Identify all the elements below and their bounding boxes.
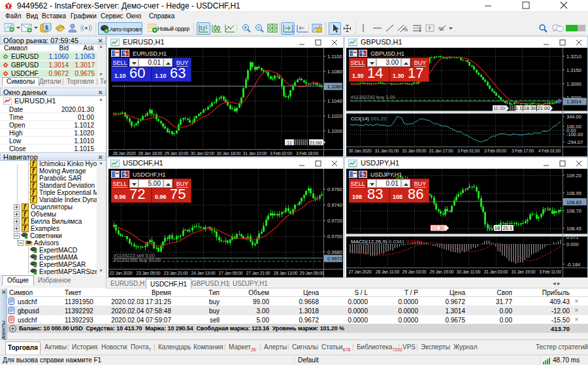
svg-text:-100.00: -100.00 [566,131,583,137]
svg-text:31 Jan 17:00: 31 Jan 17:00 [429,148,453,153]
svg-text:21:00: 21:00 [310,140,322,146]
svg-text:108.70: 108.70 [566,208,581,214]
svg-text:1.3150: 1.3150 [566,67,581,73]
svg-text:1.1080: 1.1080 [327,69,342,75]
svg-text:1.3210: 1.3210 [566,54,581,60]
svg-text:1.3014: 1.3014 [566,99,581,105]
svg-text:0.9700: 0.9700 [327,234,342,239]
svg-text:$: $ [45,24,48,31]
svg-text:11:30: 11:30 [493,105,505,111]
svg-text:18:30: 18:30 [524,105,536,111]
svg-text:31 Jan 01:00: 31 Jan 01:00 [375,148,399,153]
svg-text:-294.07: -294.07 [566,139,583,145]
svg-text:3 Feb 18:00: 3 Feb 18:00 [296,151,318,156]
svg-text:344.00: 344.00 [566,114,581,120]
svg-text:%: % [403,27,408,33]
svg-text:1.1020: 1.1020 [327,113,342,119]
svg-text:3 Feb 17:00: 3 Feb 17:00 [512,148,534,153]
svg-text:30 Jan 2020: 30 Jan 2020 [348,148,372,153]
svg-text:24 Jan 13:00: 24 Jan 13:00 [191,271,216,275]
svg-text:1.1100: 1.1100 [327,54,342,60]
svg-text:108.95: 108.95 [566,190,581,196]
svg-text:3 Feb 09:00: 3 Feb 09:00 [484,148,506,153]
svg-text:29 Jan 19:00: 29 Jan 19:00 [430,269,454,274]
svg-text:29 Jan 03:00: 29 Jan 03:00 [402,269,427,274]
svg-text:108.83: 108.83 [566,200,581,205]
svg-text:0.071: 0.071 [566,234,579,240]
svg-text:0.000: 0.000 [566,241,579,247]
svg-text:30 Jan 02:00: 30 Jan 02:00 [191,151,215,156]
svg-text:21:00: 21:00 [538,105,550,111]
svg-text:0.9720: 0.9720 [327,218,342,224]
svg-text:27 Jan 21:00: 27 Jan 21:00 [246,271,270,275]
svg-text:108.45: 108.45 [566,226,581,232]
svg-text:30 Jan 11:00: 30 Jan 11:00 [457,269,481,274]
svg-text:%: % [438,26,444,32]
svg-text:0.9740: 0.9740 [327,202,342,208]
svg-text:0.9760: 0.9760 [327,186,342,192]
svg-text:21:1: 21:1 [503,225,513,231]
svg-text:22 Jan 2020: 22 Jan 2020 [109,271,133,275]
svg-text:-0.184: -0.184 [566,262,580,268]
svg-text:3 Feb 11:00: 3 Feb 11:00 [539,269,561,274]
svg-text:1: 1 [205,25,208,29]
svg-text:30 Jan 18:00: 30 Jan 18:00 [217,151,241,156]
svg-text:11: 11 [287,140,292,146]
svg-text:18: 18 [495,225,500,231]
svg-text:109.20: 109.20 [566,173,581,179]
svg-text:0.9672: 0.9672 [327,256,342,262]
svg-text:3 Feb 01:00: 3 Feb 01:00 [457,148,480,153]
svg-text:1.1000: 1.1000 [327,128,342,134]
svg-text:28 Jan 2020: 28 Jan 2020 [112,151,136,156]
svg-text:T: T [428,26,431,31]
svg-text:23 Jan 21:00: 23 Jan 21:00 [164,271,188,275]
svg-text:1.3090: 1.3090 [566,81,581,87]
svg-text:28 Jan 18:00: 28 Jan 18:00 [139,151,163,156]
svg-text:MACD(12,26,9) 0.0341 0.0181: MACD(12,26,9) 0.0341 0.0181 [351,239,423,245]
svg-text:31 Jan 09:00: 31 Jan 09:00 [402,148,427,153]
svg-text:29 Jan 05:00: 29 Jan 05:00 [300,271,324,275]
svg-text:3 Feb 02:00: 3 Feb 02:00 [270,151,292,156]
svg-text:4 Feb 01:00: 4 Feb 01:00 [538,148,561,153]
svg-text:CCI(14) 201.22: CCI(14) 201.22 [351,116,387,122]
svg-text:31 Jan 03:00: 31 Jan 03:00 [484,269,508,274]
svg-text:1.1060: 1.1060 [327,84,342,90]
svg-text:1 1: 1 1 [515,105,522,111]
svg-text:23 Jan 05:00: 23 Jan 05:00 [137,271,161,275]
svg-text:29 Jan 10:00: 29 Jan 10:00 [165,151,189,156]
svg-text:27 Jan 05:00: 27 Jan 05:00 [219,271,243,275]
svg-text:02:30: 02:30 [433,225,445,231]
svg-text:28 Jan 11:00: 28 Jan 11:00 [376,269,400,274]
svg-text:#11392292 buy 3.00: #11392292 buy 3.00 [351,94,395,100]
svg-text:28 Jan 13:00: 28 Jan 13:00 [274,271,298,275]
svg-text:0.9680: 0.9680 [327,249,342,255]
svg-text:31 Jan 19:00: 31 Jan 19:00 [512,269,536,274]
svg-text:27 Jan 2020: 27 Jan 2020 [348,269,372,274]
svg-text:1.1040: 1.1040 [327,98,342,104]
svg-text:31 Jan 10:00: 31 Jan 10:00 [243,151,267,156]
